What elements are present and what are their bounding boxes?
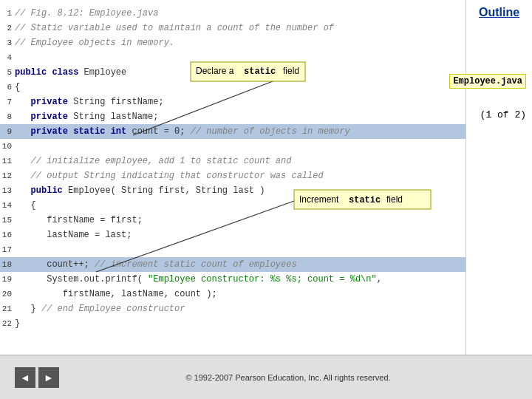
bottom-bar: ◄ ► © 1992-2007 Pearson Education, Inc. …: [0, 355, 532, 399]
code-line-11: 11 // initialize employee, add 1 to stat…: [0, 154, 466, 168]
code-line-13: 13 public Employee( String first, String…: [0, 183, 466, 198]
outline-title: Outline: [466, 0, 532, 25]
next-button[interactable]: ►: [38, 367, 59, 388]
code-line-16: 16 lastName = last;: [0, 228, 466, 242]
page-indicator: (1 of 2): [480, 109, 526, 120]
code-line-6: 6 {: [0, 80, 466, 95]
code-line-5: 5 public class Employee: [0, 65, 466, 80]
code-line-20: 20 firstName, lastName, count );: [0, 287, 466, 301]
right-panel: Outline Employee.java (1 of 2): [466, 0, 532, 355]
code-line-18: 18 count++; // increment static count of…: [0, 257, 466, 272]
copyright-text: © 1992-2007 Pearson Education, Inc. All …: [59, 373, 517, 382]
code-line-7: 7 private String firstName;: [0, 95, 466, 109]
code-line-9: 9 private static int count = 0; // numbe…: [0, 124, 466, 139]
code-line-10: 10: [0, 139, 466, 154]
code-line-8: 8 private String lastName;: [0, 109, 466, 124]
code-line-21: 21 } // end Employee constructor: [0, 301, 466, 316]
code-line-12: 12 // output String indicating that cons…: [0, 168, 466, 183]
file-name: Employee.java: [449, 74, 526, 89]
nav-buttons: ◄ ►: [15, 367, 59, 388]
prev-button[interactable]: ◄: [15, 367, 35, 388]
code-line-17: 17: [0, 242, 466, 257]
code-line-4: 4: [0, 50, 466, 65]
code-line-2: 2 // Static variable used to maintain a …: [0, 21, 466, 35]
code-line-22: 22 }: [0, 316, 466, 331]
code-line-14: 14 {: [0, 198, 466, 213]
code-line-19: 19 System.out.printf( "Employee construc…: [0, 272, 466, 287]
code-line-3: 3 // Employee objects in memory.: [0, 35, 466, 50]
code-area: 1 // Fig. 8.12: Employee.java 2 // Stati…: [0, 0, 466, 355]
code-line-1: 1 // Fig. 8.12: Employee.java: [0, 6, 466, 21]
code-line-15: 15 firstName = first;: [0, 213, 466, 228]
